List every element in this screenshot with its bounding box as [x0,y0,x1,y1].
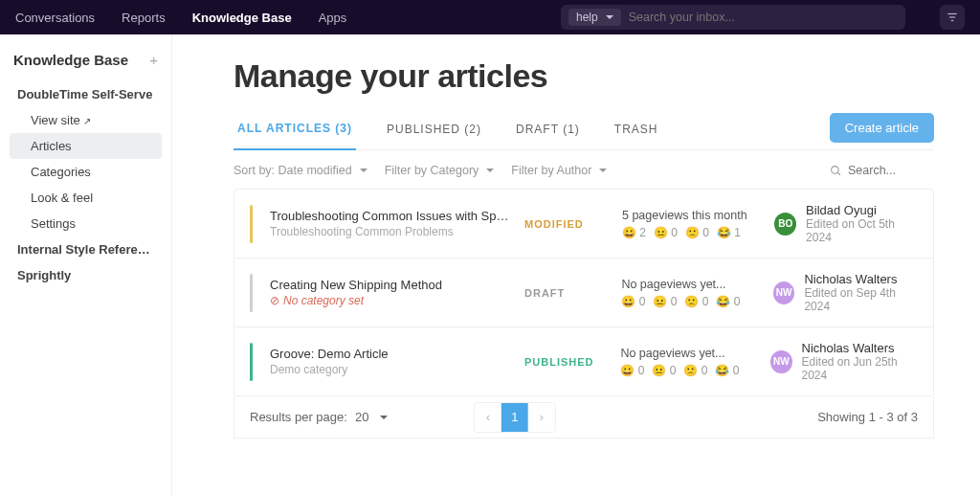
page-prev-button[interactable]: ‹ [475,403,501,432]
global-search-input[interactable] [629,11,898,24]
tab-0[interactable]: ALL ARTICLES (3) [234,112,356,150]
chevron-down-icon [482,164,494,177]
article-category: ⊘No category set [270,294,509,307]
global-search[interactable]: help [561,5,905,30]
article-status: DRAFT [524,287,606,299]
svg-line-4 [837,172,840,175]
external-link-icon: ↗ [83,116,91,126]
article-category: Demo category [270,363,509,376]
tabs: ALL ARTICLES (3)PUBLISHED (2)DRAFT (1)TR… [234,112,934,150]
search-scope-dropdown[interactable]: help [568,9,621,26]
article-views: No pageviews yet... [620,347,755,360]
author-name: Bildad Oyugi [806,203,918,217]
filter-row: Sort by: Date modified Filter by Categor… [234,164,934,177]
sidebar-item-2[interactable]: Articles [10,133,162,159]
filter-author-dropdown[interactable]: Filter by Author [511,164,607,177]
article-title: Creating New Shipping Method [270,278,509,292]
article-reactions: 😀 0😐 0🙁 0😂 0 [620,364,755,377]
avatar: NW [770,350,791,373]
sidebar-item-7[interactable]: Sprightly [10,262,162,288]
author-name: Nicholas Walters [802,341,919,355]
create-article-button[interactable]: Create article [830,113,934,143]
chevron-down-icon [356,164,368,177]
results-per-page-dropdown[interactable]: Results per page: 20 [250,410,388,424]
article-row[interactable]: Groove: Demo ArticleDemo categoryPUBLISH… [234,327,933,395]
sidebar-item-3[interactable]: Categories [10,159,162,185]
sidebar-item-5[interactable]: Settings [10,211,162,236]
article-title: Troubleshooting Common Issues with Sprig… [270,209,509,223]
nav-conversations[interactable]: Conversations [15,11,95,25]
author-edited: Edited on Jun 25th 2024 [802,355,919,382]
tab-1[interactable]: PUBLISHED (2) [383,113,485,149]
nav-apps[interactable]: Apps [319,11,347,25]
article-views: 5 pageviews this month [622,209,759,222]
tab-2[interactable]: DRAFT (1) [512,113,584,149]
page-number-1[interactable]: 1 [501,403,528,432]
article-row[interactable]: Troubleshooting Common Issues with Sprig… [234,190,933,259]
warning-icon: ⊘ [270,294,279,307]
page-next-button[interactable]: › [528,403,555,432]
sidebar-item-6[interactable]: Internal Style Reference ... [10,236,162,262]
status-color-bar [250,274,253,312]
showing-text: Showing 1 - 3 of 3 [817,410,918,424]
tab-3[interactable]: TRASH [611,113,662,149]
article-search[interactable] [830,164,934,177]
author-name: Nicholas Walters [804,272,918,286]
avatar: NW [773,281,795,304]
article-list: Troubleshooting Common Issues with Sprig… [234,189,934,396]
page-nav: ‹ 1 › [474,402,556,433]
nav-reports[interactable]: Reports [122,11,166,25]
article-views: No pageviews yet... [621,278,757,291]
article-search-input[interactable] [848,164,934,177]
status-color-bar [250,205,253,243]
sidebar: Knowledge Base + DoubleTime Self-ServeVi… [0,34,172,495]
status-color-bar [250,343,253,381]
chevron-down-icon [602,11,613,24]
filter-category-dropdown[interactable]: Filter by Category [385,164,495,177]
svg-point-3 [832,166,839,173]
article-status: PUBLISHED [524,356,605,368]
sidebar-item-1[interactable]: View site↗ [10,107,162,133]
add-kb-button[interactable]: + [149,52,158,68]
author-edited: Edited on Oct 5th 2024 [806,217,918,244]
page-title: Manage your articles [234,57,934,95]
author-edited: Edited on Sep 4th 2024 [804,286,918,313]
main-content: Manage your articles ALL ARTICLES (3)PUB… [172,34,980,495]
filter-button[interactable] [940,5,965,30]
filter-icon [946,11,959,24]
article-reactions: 😀 2😐 0🙁 0😂 1 [622,226,759,239]
top-nav: Conversations Reports Knowledge Base App… [0,0,980,34]
article-row[interactable]: Creating New Shipping Method⊘No category… [234,259,933,327]
chevron-down-icon [595,164,607,177]
article-reactions: 😀 0😐 0🙁 0😂 0 [621,295,757,308]
pager: Results per page: 20 ‹ 1 › Showing 1 - 3… [234,396,934,439]
article-title: Groove: Demo Article [270,347,509,361]
sidebar-title: Knowledge Base [13,52,128,68]
article-category: Troubleshooting Common Problems [270,225,509,238]
avatar: BO [774,213,796,236]
sidebar-item-4[interactable]: Look & feel [10,185,162,211]
search-icon [830,165,842,177]
article-status: MODIFIED [524,218,607,230]
chevron-down-icon [376,410,388,424]
sort-dropdown[interactable]: Sort by: Date modified [234,164,368,177]
nav-knowledge-base[interactable]: Knowledge Base [192,11,292,25]
sidebar-item-0[interactable]: DoubleTime Self-Serve [10,81,162,107]
